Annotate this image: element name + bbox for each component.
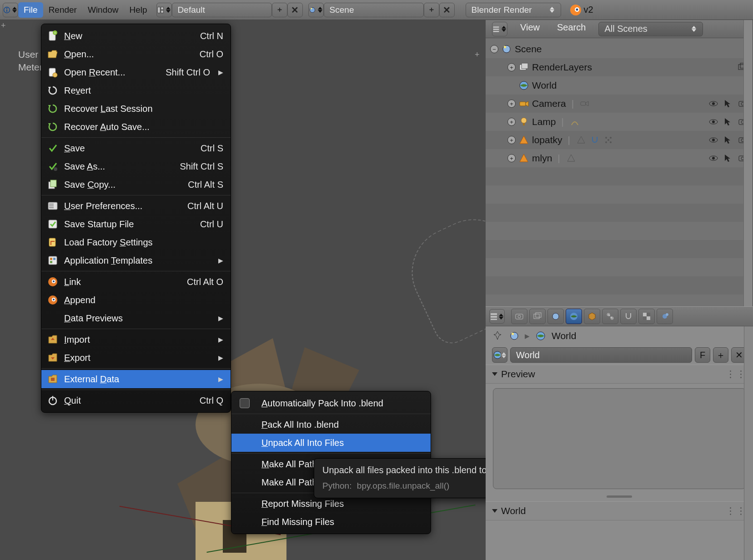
menu-item[interactable]: Export▶ — [41, 349, 231, 367]
menu-item[interactable]: Revert — [41, 81, 231, 100]
context-texture-tab[interactable] — [638, 309, 655, 324]
scene-select[interactable]: Scene — [324, 3, 424, 17]
menu-item[interactable]: Open Recent...Shift Ctrl O▶ — [41, 63, 231, 81]
visibility-icon[interactable] — [708, 98, 719, 109]
selectable-icon[interactable] — [723, 98, 733, 109]
disclosure-down-icon — [492, 372, 497, 376]
world-browse-button[interactable] — [492, 347, 507, 363]
scene-add-button[interactable]: ＋ — [424, 3, 439, 17]
menu-render[interactable]: Render — [43, 2, 82, 18]
panel-resize-handle[interactable] — [486, 494, 753, 501]
menu-item[interactable]: Save As...Shift Ctrl S — [41, 157, 231, 175]
outliner-menu-search[interactable]: Search — [552, 22, 590, 36]
menu-item[interactable]: Data Previews▶ — [41, 309, 231, 327]
menu-file[interactable]: File — [18, 2, 43, 18]
svg-rect-50 — [493, 29, 499, 30]
context-render-tab[interactable] — [511, 309, 527, 324]
outliner-row-lamp[interactable]: + Lamp | — [486, 113, 753, 131]
context-scene-tab[interactable] — [547, 309, 564, 324]
append-icon — [47, 294, 59, 306]
area-corner-icon[interactable] — [1, 21, 8, 28]
menu-item[interactable]: Application Templates▶ — [41, 251, 231, 270]
vertex-groups-icon[interactable] — [603, 135, 614, 145]
svg-rect-30 — [49, 205, 54, 206]
outliner-display-mode-select[interactable]: All Scenes — [598, 22, 703, 36]
pin-icon[interactable] — [492, 330, 504, 342]
outliner-row-obj2[interactable]: + mlyn | — [486, 149, 753, 167]
menu-help[interactable]: Help — [124, 2, 153, 18]
outliner-tree[interactable]: − Scene + RenderLayers World + Camera | — [486, 38, 753, 296]
layout-delete-button[interactable]: ✕ — [287, 3, 303, 17]
context-renderlayers-tab[interactable] — [529, 309, 546, 324]
outliner-row-obj1[interactable]: + lopatky | — [486, 131, 753, 149]
world-add-button[interactable]: ＋ — [713, 347, 728, 363]
context-physics-tab[interactable] — [657, 309, 673, 324]
outliner-row-scene[interactable]: − Scene — [486, 40, 753, 58]
modifier-icon[interactable] — [589, 135, 600, 145]
area-corner-icon[interactable] — [475, 50, 483, 58]
context-object-tab[interactable] — [584, 309, 600, 324]
layout-add-button[interactable]: ＋ — [272, 3, 287, 17]
menu-item[interactable]: Import▶ — [41, 330, 231, 349]
selectable-icon[interactable] — [723, 135, 733, 145]
selectable-icon[interactable] — [723, 153, 733, 164]
recover-icon — [47, 103, 59, 115]
world-name-input[interactable]: World — [510, 347, 692, 363]
menu-item[interactable]: Recover Auto Save... — [41, 118, 231, 136]
menu-item[interactable]: Open...Ctrl O — [41, 45, 231, 63]
mesh-data-icon[interactable] — [566, 153, 577, 164]
outliner-scrollbar[interactable] — [743, 20, 753, 306]
layout-select[interactable]: Default — [172, 3, 272, 17]
panel-header-preview[interactable]: Preview ⋮⋮ — [486, 365, 753, 384]
submenu-item[interactable]: Automatically Pack Into .blend — [231, 394, 431, 412]
mesh-data-icon[interactable] — [576, 135, 587, 145]
context-modifiers-tab[interactable] — [620, 309, 637, 324]
camera-data-icon[interactable] — [579, 98, 590, 109]
submenu-item[interactable]: Pack All Into .blend — [231, 415, 431, 434]
menu-item[interactable]: +NewCtrl N — [41, 27, 231, 45]
svg-rect-5 — [161, 10, 163, 13]
menu-item[interactable]: Recover Last Session — [41, 100, 231, 118]
properties-scrollbar[interactable] — [744, 326, 753, 560]
menu-item[interactable]: QuitCtrl Q — [41, 391, 231, 410]
menu-item[interactable]: Save Copy...Ctrl Alt S — [41, 175, 231, 194]
layout-browse-button[interactable] — [156, 3, 172, 17]
lamp-data-icon[interactable] — [569, 116, 580, 127]
submenu-item[interactable]: Find Missing Files — [231, 513, 431, 531]
menu-item[interactable]: Load Factory Settings — [41, 233, 231, 251]
outliner-row-camera[interactable]: + Camera | — [486, 95, 753, 113]
menu-item[interactable]: LinkCtrl Alt O — [41, 273, 231, 291]
submenu-item[interactable]: Unpack All Into Files — [231, 434, 431, 452]
svg-rect-33 — [49, 238, 55, 246]
outliner-menu-view[interactable]: View — [516, 22, 544, 36]
preview-viewport — [493, 388, 746, 489]
menu-item[interactable]: Save Startup FileCtrl U — [41, 215, 231, 233]
outliner-row-empty — [486, 204, 753, 222]
outliner-row-empty — [486, 240, 753, 258]
outliner-row-world[interactable]: World — [486, 76, 753, 95]
outliner-editor-type-button[interactable] — [492, 22, 507, 36]
selectable-icon[interactable] — [723, 116, 733, 127]
properties-editor-type-button[interactable] — [489, 309, 505, 324]
menu-item[interactable]: Append — [41, 291, 231, 309]
svg-rect-101 — [643, 313, 647, 316]
menu-item[interactable]: User Preferences...Ctrl Alt U — [41, 197, 231, 215]
info-editor-type-button[interactable] — [3, 3, 18, 17]
panel-header-world[interactable]: World ⋮⋮ — [486, 501, 753, 520]
menu-item[interactable]: External Data▶ — [41, 370, 231, 388]
scene-browse-button[interactable] — [308, 3, 324, 17]
context-constraints-tab[interactable] — [602, 309, 618, 324]
menu-item[interactable]: SaveCtrl S — [41, 139, 231, 157]
visibility-icon[interactable] — [708, 116, 719, 127]
visibility-icon[interactable] — [708, 153, 719, 164]
visibility-icon[interactable] — [708, 135, 719, 145]
fake-user-button[interactable]: F — [695, 347, 710, 363]
checkbox[interactable] — [240, 398, 250, 408]
scene-delete-button[interactable]: ✕ — [439, 3, 455, 17]
outliner-row-renderlayers[interactable]: + RenderLayers — [486, 58, 753, 76]
menu-window[interactable]: Window — [82, 2, 124, 18]
svg-point-94 — [518, 315, 521, 318]
svg-point-75 — [605, 137, 607, 139]
render-engine-select[interactable]: Blender Render — [466, 3, 561, 17]
context-world-tab[interactable] — [566, 309, 582, 324]
